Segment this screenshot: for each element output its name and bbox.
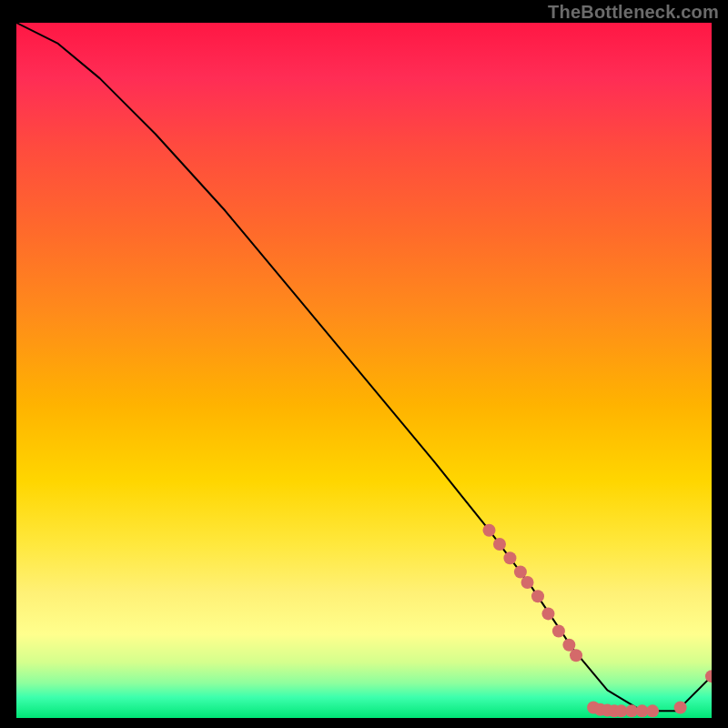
watermark-text: TheBottleneck.com [548, 2, 719, 23]
data-marker [521, 576, 534, 589]
data-marker [562, 639, 575, 652]
data-marker [674, 702, 687, 714]
data-marker [493, 538, 506, 551]
data-marker [514, 566, 527, 579]
data-marker [552, 625, 565, 638]
data-marker [570, 649, 582, 662]
data-marker [646, 704, 659, 717]
data-marker [531, 590, 544, 602]
bottleneck-curve-path [16, 23, 712, 711]
plot-area [16, 23, 712, 718]
data-marker [541, 607, 554, 620]
chart-frame: TheBottleneck.com [0, 0, 728, 728]
data-marker [503, 551, 516, 564]
data-markers [483, 524, 712, 718]
chart-svg [16, 23, 712, 718]
curve-line [16, 23, 712, 711]
data-marker [483, 524, 496, 537]
